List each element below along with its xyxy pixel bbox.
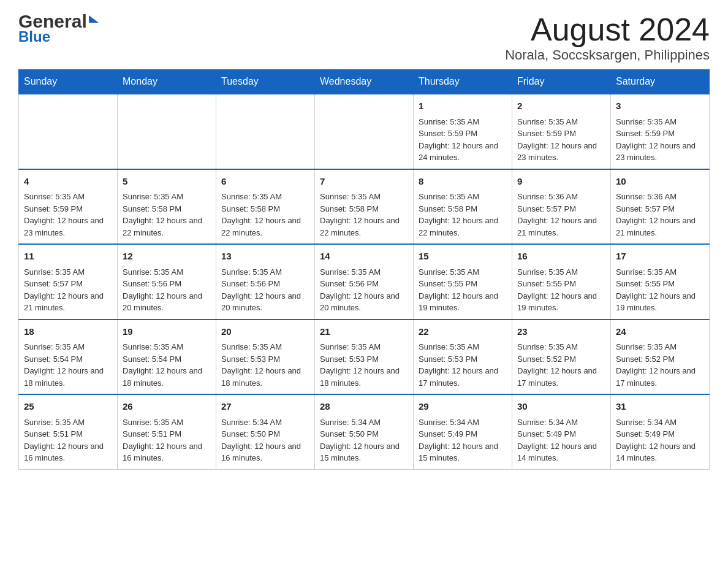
day-info: Sunrise: 5:34 AM Sunset: 5:49 PM Dayligh… — [419, 416, 507, 464]
location-title: Norala, Soccsksargen, Philippines — [505, 47, 710, 63]
day-info: Sunrise: 5:35 AM Sunset: 5:58 PM Dayligh… — [419, 191, 507, 239]
table-row: 26Sunrise: 5:35 AM Sunset: 5:51 PM Dayli… — [118, 394, 216, 469]
day-info: Sunrise: 5:35 AM Sunset: 5:56 PM Dayligh… — [123, 266, 211, 314]
page-header: General Blue August 2024 Norala, Soccsks… — [18, 12, 710, 63]
day-info: Sunrise: 5:35 AM Sunset: 5:53 PM Dayligh… — [320, 341, 408, 389]
day-info: Sunrise: 5:35 AM Sunset: 5:55 PM Dayligh… — [419, 266, 507, 314]
col-monday: Monday — [118, 70, 216, 94]
table-row: 2Sunrise: 5:35 AM Sunset: 5:59 PM Daylig… — [512, 94, 611, 169]
table-row: 27Sunrise: 5:34 AM Sunset: 5:50 PM Dayli… — [216, 394, 315, 469]
day-info: Sunrise: 5:35 AM Sunset: 5:54 PM Dayligh… — [123, 341, 211, 389]
day-info: Sunrise: 5:35 AM Sunset: 5:58 PM Dayligh… — [123, 191, 211, 239]
calendar-week-row: 1Sunrise: 5:35 AM Sunset: 5:59 PM Daylig… — [19, 94, 710, 169]
table-row — [19, 94, 118, 169]
table-row: 28Sunrise: 5:34 AM Sunset: 5:50 PM Dayli… — [315, 394, 414, 469]
day-number: 30 — [517, 400, 605, 414]
table-row: 3Sunrise: 5:35 AM Sunset: 5:59 PM Daylig… — [611, 94, 710, 169]
day-number: 26 — [123, 400, 211, 414]
day-number: 9 — [517, 175, 605, 189]
table-row: 6Sunrise: 5:35 AM Sunset: 5:58 PM Daylig… — [216, 169, 315, 245]
col-sunday: Sunday — [19, 70, 118, 94]
table-row: 11Sunrise: 5:35 AM Sunset: 5:57 PM Dayli… — [19, 244, 118, 320]
day-info: Sunrise: 5:35 AM Sunset: 5:56 PM Dayligh… — [221, 266, 309, 314]
day-info: Sunrise: 5:35 AM Sunset: 5:52 PM Dayligh… — [517, 341, 605, 389]
day-info: Sunrise: 5:35 AM Sunset: 5:55 PM Dayligh… — [517, 266, 605, 314]
day-info: Sunrise: 5:36 AM Sunset: 5:57 PM Dayligh… — [616, 191, 704, 239]
logo-line2: Blue — [18, 29, 99, 44]
table-row: 29Sunrise: 5:34 AM Sunset: 5:49 PM Dayli… — [414, 394, 512, 469]
day-number: 12 — [123, 250, 211, 264]
table-row: 8Sunrise: 5:35 AM Sunset: 5:58 PM Daylig… — [414, 169, 512, 245]
logo-arrow-icon — [89, 15, 99, 23]
calendar-week-row: 18Sunrise: 5:35 AM Sunset: 5:54 PM Dayli… — [19, 320, 710, 395]
table-row: 13Sunrise: 5:35 AM Sunset: 5:56 PM Dayli… — [216, 244, 315, 320]
day-info: Sunrise: 5:36 AM Sunset: 5:57 PM Dayligh… — [517, 191, 605, 239]
table-row: 21Sunrise: 5:35 AM Sunset: 5:53 PM Dayli… — [315, 320, 414, 395]
table-row: 31Sunrise: 5:34 AM Sunset: 5:49 PM Dayli… — [611, 394, 710, 469]
day-number: 5 — [123, 175, 211, 189]
month-title: August 2024 — [505, 12, 710, 47]
day-number: 7 — [320, 175, 408, 189]
col-saturday: Saturday — [611, 70, 710, 94]
day-info: Sunrise: 5:35 AM Sunset: 5:53 PM Dayligh… — [221, 341, 309, 389]
day-info: Sunrise: 5:35 AM Sunset: 5:57 PM Dayligh… — [24, 266, 112, 314]
table-row: 25Sunrise: 5:35 AM Sunset: 5:51 PM Dayli… — [19, 394, 118, 469]
day-number: 11 — [24, 250, 112, 264]
day-number: 22 — [419, 325, 507, 339]
logo: General Blue — [18, 12, 99, 44]
day-number: 24 — [616, 325, 704, 339]
table-row: 24Sunrise: 5:35 AM Sunset: 5:52 PM Dayli… — [611, 320, 710, 395]
table-row: 10Sunrise: 5:36 AM Sunset: 5:57 PM Dayli… — [611, 169, 710, 245]
calendar-week-row: 11Sunrise: 5:35 AM Sunset: 5:57 PM Dayli… — [19, 244, 710, 320]
day-info: Sunrise: 5:34 AM Sunset: 5:50 PM Dayligh… — [221, 416, 309, 464]
day-number: 29 — [419, 400, 507, 414]
table-row — [216, 94, 315, 169]
day-info: Sunrise: 5:35 AM Sunset: 5:59 PM Dayligh… — [616, 116, 704, 164]
table-row — [118, 94, 216, 169]
table-row: 19Sunrise: 5:35 AM Sunset: 5:54 PM Dayli… — [118, 320, 216, 395]
day-info: Sunrise: 5:35 AM Sunset: 5:56 PM Dayligh… — [320, 266, 408, 314]
table-row: 5Sunrise: 5:35 AM Sunset: 5:58 PM Daylig… — [118, 169, 216, 245]
day-number: 10 — [616, 175, 704, 189]
day-number: 19 — [123, 325, 211, 339]
day-number: 17 — [616, 250, 704, 264]
day-number: 14 — [320, 250, 408, 264]
day-number: 15 — [419, 250, 507, 264]
day-info: Sunrise: 5:35 AM Sunset: 5:52 PM Dayligh… — [616, 341, 704, 389]
day-number: 23 — [517, 325, 605, 339]
day-number: 25 — [24, 400, 112, 414]
day-info: Sunrise: 5:35 AM Sunset: 5:59 PM Dayligh… — [419, 116, 507, 164]
table-row: 23Sunrise: 5:35 AM Sunset: 5:52 PM Dayli… — [512, 320, 611, 395]
table-row: 17Sunrise: 5:35 AM Sunset: 5:55 PM Dayli… — [611, 244, 710, 320]
day-number: 31 — [616, 400, 704, 414]
calendar-table: Sunday Monday Tuesday Wednesday Thursday… — [18, 69, 710, 470]
table-row: 15Sunrise: 5:35 AM Sunset: 5:55 PM Dayli… — [414, 244, 512, 320]
day-number: 3 — [616, 99, 704, 113]
day-info: Sunrise: 5:35 AM Sunset: 5:51 PM Dayligh… — [123, 416, 211, 464]
table-row: 4Sunrise: 5:35 AM Sunset: 5:59 PM Daylig… — [19, 169, 118, 245]
day-number: 21 — [320, 325, 408, 339]
day-number: 8 — [419, 175, 507, 189]
day-info: Sunrise: 5:35 AM Sunset: 5:58 PM Dayligh… — [320, 191, 408, 239]
table-row: 9Sunrise: 5:36 AM Sunset: 5:57 PM Daylig… — [512, 169, 611, 245]
day-info: Sunrise: 5:35 AM Sunset: 5:53 PM Dayligh… — [419, 341, 507, 389]
day-info: Sunrise: 5:35 AM Sunset: 5:58 PM Dayligh… — [221, 191, 309, 239]
day-number: 27 — [221, 400, 309, 414]
table-row: 1Sunrise: 5:35 AM Sunset: 5:59 PM Daylig… — [414, 94, 512, 169]
calendar-week-row: 4Sunrise: 5:35 AM Sunset: 5:59 PM Daylig… — [19, 169, 710, 245]
day-info: Sunrise: 5:34 AM Sunset: 5:50 PM Dayligh… — [320, 416, 408, 464]
col-wednesday: Wednesday — [315, 70, 414, 94]
col-friday: Friday — [512, 70, 611, 94]
table-row: 7Sunrise: 5:35 AM Sunset: 5:58 PM Daylig… — [315, 169, 414, 245]
col-tuesday: Tuesday — [216, 70, 315, 94]
calendar-header-row: Sunday Monday Tuesday Wednesday Thursday… — [19, 70, 710, 94]
table-row: 14Sunrise: 5:35 AM Sunset: 5:56 PM Dayli… — [315, 244, 414, 320]
day-info: Sunrise: 5:34 AM Sunset: 5:49 PM Dayligh… — [517, 416, 605, 464]
day-number: 16 — [517, 250, 605, 264]
day-number: 13 — [221, 250, 309, 264]
day-number: 20 — [221, 325, 309, 339]
table-row: 18Sunrise: 5:35 AM Sunset: 5:54 PM Dayli… — [19, 320, 118, 395]
day-number: 4 — [24, 175, 112, 189]
col-thursday: Thursday — [414, 70, 512, 94]
day-number: 28 — [320, 400, 408, 414]
